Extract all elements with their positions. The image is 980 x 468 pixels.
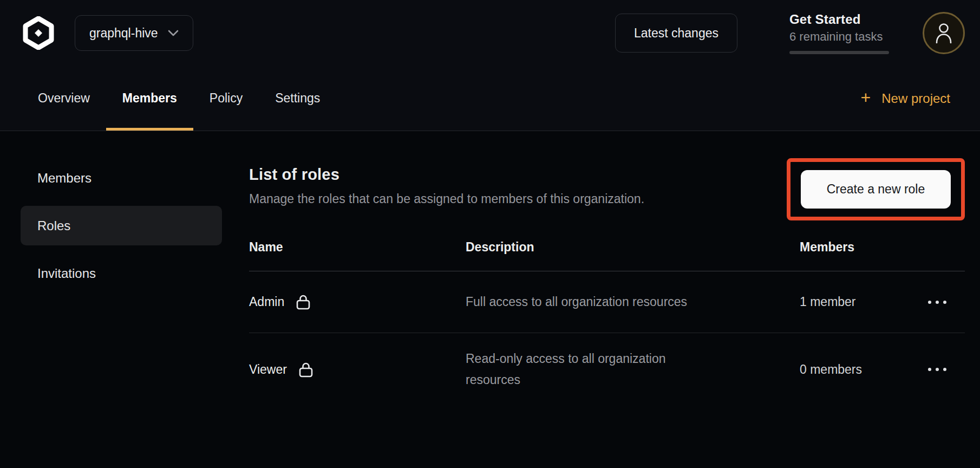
role-name-cell: Viewer	[249, 362, 466, 378]
role-member-count: 1 member	[800, 295, 922, 309]
topbar-right-group: Latest changes Get Started 6 remaining t…	[615, 12, 965, 54]
column-header-description: Description	[466, 240, 800, 255]
role-member-count: 0 members	[800, 362, 922, 377]
latest-changes-button[interactable]: Latest changes	[615, 14, 737, 53]
sidebar-item-members[interactable]: Members	[21, 158, 222, 198]
lock-icon	[296, 294, 310, 310]
column-header-name: Name	[249, 240, 466, 255]
members-sidebar: Members Roles Invitations	[21, 158, 222, 301]
top-section: graphql-hive Latest changes Get Started …	[0, 0, 980, 131]
roles-table: Name Description Members Admin Full acce…	[249, 220, 965, 406]
role-name-cell: Admin	[249, 294, 466, 310]
ellipsis-icon	[924, 363, 951, 375]
tab-members[interactable]: Members	[106, 66, 193, 131]
content-area: Members Roles Invitations List of roles …	[0, 131, 980, 406]
row-menu-button[interactable]	[919, 359, 955, 380]
page-title: List of roles	[249, 166, 644, 184]
new-project-button[interactable]: + New project	[861, 66, 950, 131]
org-name: graphql-hive	[89, 26, 158, 41]
get-started-progressbar	[789, 51, 889, 54]
new-project-label: New project	[881, 91, 950, 106]
table-row-admin: Admin Full access to all organization re…	[249, 271, 965, 333]
tab-overview[interactable]: Overview	[22, 66, 106, 131]
create-role-button[interactable]: Create a new role	[801, 170, 951, 209]
plus-icon: +	[861, 89, 871, 106]
roles-panel: List of roles Manage the roles that can …	[249, 158, 965, 406]
annotation-highlight-box: Create a new role	[787, 158, 965, 220]
tab-settings[interactable]: Settings	[259, 66, 336, 131]
get-started-title: Get Started	[789, 12, 889, 27]
user-avatar[interactable]	[923, 12, 965, 54]
ellipsis-icon	[924, 296, 951, 308]
lock-icon	[299, 362, 313, 378]
page-subtitle: Manage the roles that can be assigned to…	[249, 192, 644, 206]
role-name: Viewer	[249, 362, 287, 377]
get-started-widget[interactable]: Get Started 6 remaining tasks	[789, 12, 889, 54]
roles-header: List of roles Manage the roles that can …	[249, 158, 965, 220]
chevron-down-icon	[168, 30, 179, 37]
table-row-viewer: Viewer Read-only access to all organizat…	[249, 333, 965, 406]
sidebar-item-roles[interactable]: Roles	[21, 206, 222, 245]
org-switcher[interactable]: graphql-hive	[75, 15, 193, 51]
role-description: Read-only access to all organization res…	[466, 348, 715, 391]
org-tabs: Overview Members Policy Settings	[22, 66, 336, 131]
get-started-subtitle: 6 remaining tasks	[789, 30, 889, 44]
sidebar-item-invitations[interactable]: Invitations	[21, 253, 222, 293]
tab-policy[interactable]: Policy	[193, 66, 259, 131]
roles-title-block: List of roles Manage the roles that can …	[249, 158, 644, 206]
tab-bar: Overview Members Policy Settings + New p…	[0, 66, 980, 131]
column-header-members: Members	[800, 240, 922, 255]
row-menu-button[interactable]	[919, 292, 955, 313]
hive-logo[interactable]	[22, 16, 55, 50]
user-icon	[935, 23, 952, 43]
role-name: Admin	[249, 295, 284, 309]
hive-logo-icon	[22, 16, 55, 50]
top-bar: graphql-hive Latest changes Get Started …	[0, 0, 980, 66]
roles-table-header: Name Description Members	[249, 220, 965, 271]
role-description: Full access to all organization resource…	[466, 291, 715, 313]
